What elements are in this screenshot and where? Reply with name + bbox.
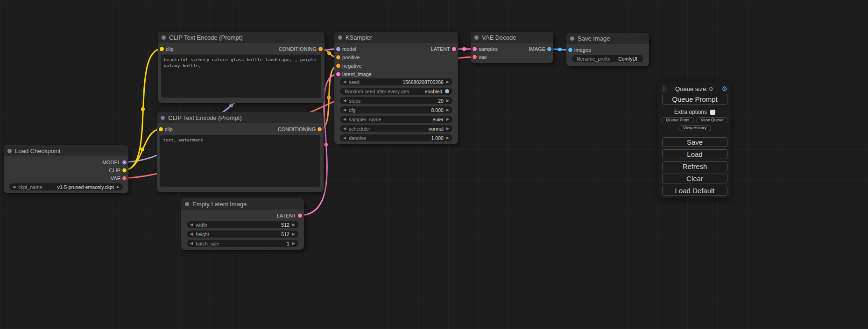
widget-random-seed-toggle[interactable]: Random seed after every gen enabled xyxy=(340,88,452,95)
link-midpoint-dot xyxy=(327,96,331,99)
output-slot-model[interactable] xyxy=(122,160,127,164)
output-label-vae: VAE xyxy=(111,175,120,181)
decrement-arrow-icon[interactable]: ◀ xyxy=(343,99,346,103)
increment-arrow-icon[interactable]: ▶ xyxy=(446,136,449,140)
input-slot-samples[interactable] xyxy=(473,47,477,51)
node-ksampler[interactable]: KSampler model LATENT positive negative … xyxy=(334,32,458,144)
graph-canvas[interactable]: Load Checkpoint MODEL CLIP VAE ◀ ckpt_na… xyxy=(0,0,868,329)
input-label-model: model xyxy=(342,46,356,52)
input-slot-negative[interactable] xyxy=(336,64,340,68)
decrement-arrow-icon[interactable]: ◀ xyxy=(343,108,346,112)
increment-arrow-icon[interactable]: ▶ xyxy=(446,108,449,112)
node-title-bar[interactable]: KSampler xyxy=(334,32,458,43)
decrement-arrow-icon[interactable]: ◀ xyxy=(343,80,346,84)
node-title-bar[interactable]: Empty Latent Image xyxy=(181,198,304,210)
output-slot-latent[interactable] xyxy=(452,47,456,51)
node-title-bar[interactable]: CLIP Text Encode (Prompt) xyxy=(157,112,324,123)
input-slot-clip[interactable] xyxy=(159,127,163,132)
toggle-indicator xyxy=(445,89,449,93)
increment-arrow-icon[interactable]: ▶ xyxy=(292,232,295,236)
collapse-dot[interactable] xyxy=(338,35,342,40)
input-slot-latent-image[interactable] xyxy=(336,72,340,77)
load-button[interactable]: Load xyxy=(662,149,727,159)
widget-batch-size[interactable]: ◀ batch_size 1 ▶ xyxy=(187,240,298,247)
input-slot-images[interactable] xyxy=(568,48,572,52)
node-title-bar[interactable]: VAE Decode xyxy=(471,32,553,43)
decrement-arrow-icon[interactable]: ◀ xyxy=(190,232,193,236)
collapse-dot[interactable] xyxy=(474,35,479,40)
node-clip-text-encode-positive[interactable]: CLIP Text Encode (Prompt) clip CONDITION… xyxy=(158,32,325,103)
decrement-arrow-icon[interactable]: ◀ xyxy=(343,136,346,140)
output-slot-conditioning[interactable] xyxy=(318,127,322,132)
widget-scheduler[interactable]: ◀ scheduler normal ▶ xyxy=(340,125,452,132)
widget-sampler-name[interactable]: ◀ sampler_name euler ▶ xyxy=(340,116,452,123)
node-title-bar[interactable]: Save Image xyxy=(566,33,649,44)
collapse-dot[interactable] xyxy=(570,36,574,41)
input-label-clip: clip xyxy=(166,46,174,52)
node-title-bar[interactable]: Load Checkpoint xyxy=(4,145,128,156)
increment-arrow-icon[interactable]: ▶ xyxy=(292,242,295,245)
increment-arrow-icon[interactable]: ▶ xyxy=(446,99,449,103)
collapse-dot[interactable] xyxy=(185,202,189,206)
link-midpoint-dot xyxy=(327,51,331,55)
increment-arrow-icon[interactable]: ▶ xyxy=(292,223,295,227)
output-slot-image[interactable] xyxy=(547,47,551,51)
widget-width[interactable]: ◀ width 512 ▶ xyxy=(187,221,298,228)
queue-prompt-button[interactable]: Queue Prompt xyxy=(662,94,727,105)
input-slot-clip[interactable] xyxy=(160,47,164,51)
prompt-textarea[interactable]: text, watermark xyxy=(160,135,320,187)
collapse-dot[interactable] xyxy=(162,35,166,40)
increment-arrow-icon[interactable]: ▶ xyxy=(446,80,449,84)
queue-front-button[interactable]: Queue Front xyxy=(661,117,694,123)
node-save-image[interactable]: Save Image images filename_prefix ComfyU… xyxy=(566,33,649,66)
load-default-button[interactable]: Load Default xyxy=(662,186,727,196)
widget-height[interactable]: ◀ height 512 ▶ xyxy=(187,231,298,238)
widget-steps[interactable]: ◀ steps 20 ▶ xyxy=(340,97,452,104)
node-load-checkpoint[interactable]: Load Checkpoint MODEL CLIP VAE ◀ ckpt_na… xyxy=(4,145,128,193)
decrement-arrow-icon[interactable]: ◀ xyxy=(190,242,193,245)
widget-ckpt-name[interactable]: ◀ ckpt_name v1-5-pruned-emaonly.ckpt ▶ xyxy=(9,183,123,190)
node-title: KSampler xyxy=(346,34,372,41)
input-slot-positive[interactable] xyxy=(336,56,340,60)
increment-arrow-icon[interactable]: ▶ xyxy=(117,185,120,189)
node-title: Load Checkpoint xyxy=(15,147,61,154)
prompt-textarea[interactable]: beautiful scenery nature glass bottle la… xyxy=(161,55,321,98)
widget-filename-prefix[interactable]: filename_prefix ComfyUI xyxy=(572,55,643,62)
settings-gear-icon[interactable]: ⚙ xyxy=(721,85,727,92)
clear-button[interactable]: Clear xyxy=(662,174,727,183)
output-slot-latent[interactable] xyxy=(298,214,302,218)
decrement-arrow-icon[interactable]: ◀ xyxy=(343,118,346,121)
decrement-arrow-icon[interactable]: ◀ xyxy=(343,127,346,131)
node-empty-latent-image[interactable]: Empty Latent Image LATENT ◀ width 512 ▶ … xyxy=(181,198,304,250)
widget-seed[interactable]: ◀ seed 156680208700286 ▶ xyxy=(340,78,452,85)
queue-size-label: Queue size: 0 xyxy=(669,85,719,92)
link-midpoint-dot xyxy=(462,47,466,51)
output-slot-vae[interactable] xyxy=(122,176,127,180)
decrement-arrow-icon[interactable]: ◀ xyxy=(13,185,15,189)
node-vae-decode[interactable]: VAE Decode samples IMAGE vae xyxy=(471,32,553,63)
node-clip-text-encode-negative[interactable]: CLIP Text Encode (Prompt) clip CONDITION… xyxy=(157,112,324,192)
widget-cfg[interactable]: ◀ cfg 8.000 ▶ xyxy=(340,106,452,113)
node-title-bar[interactable]: CLIP Text Encode (Prompt) xyxy=(158,32,325,43)
increment-arrow-icon[interactable]: ▶ xyxy=(446,118,449,121)
input-slot-vae[interactable] xyxy=(473,55,477,59)
collapse-dot[interactable] xyxy=(161,116,165,120)
input-label-positive: positive xyxy=(342,55,360,60)
output-slot-conditioning[interactable] xyxy=(318,47,323,51)
drag-handle-icon[interactable] xyxy=(662,86,666,92)
widget-denoise[interactable]: ◀ denoise 1.000 ▶ xyxy=(340,134,452,141)
view-history-button[interactable]: View History xyxy=(678,125,711,131)
input-slot-model[interactable] xyxy=(336,47,340,51)
link-midpoint-dot xyxy=(229,104,233,107)
refresh-button[interactable]: Refresh xyxy=(662,161,727,171)
output-slot-clip[interactable] xyxy=(122,168,127,172)
collapse-dot[interactable] xyxy=(7,149,12,153)
input-label-samples: samples xyxy=(479,46,498,52)
link-midpoint-dot xyxy=(324,143,328,147)
extra-options-checkbox[interactable] xyxy=(710,110,715,115)
decrement-arrow-icon[interactable]: ◀ xyxy=(190,223,193,227)
increment-arrow-icon[interactable]: ▶ xyxy=(446,127,449,131)
save-button[interactable]: Save xyxy=(662,137,727,147)
output-label-model: MODEL xyxy=(102,160,120,165)
view-queue-button[interactable]: View Queue xyxy=(696,117,728,123)
